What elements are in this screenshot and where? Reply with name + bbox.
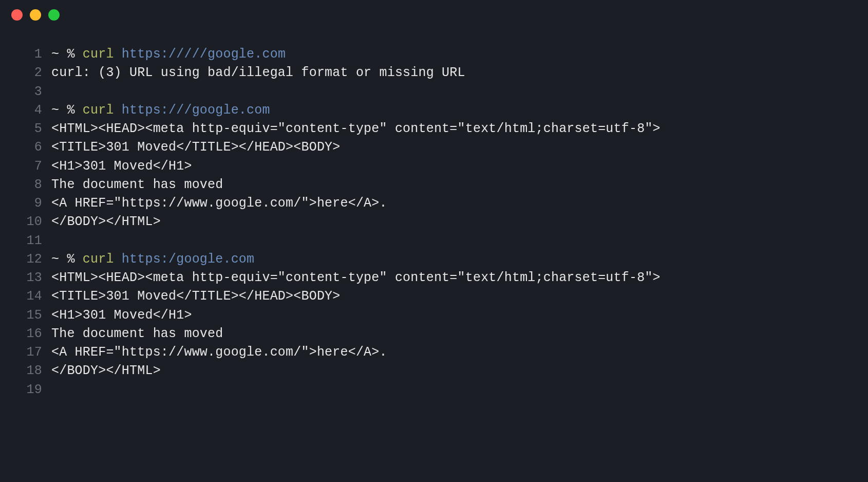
line-content: <TITLE>301 Moved</TITLE></HEAD><BODY> xyxy=(51,138,341,157)
text-token: </BODY></HTML> xyxy=(51,214,161,229)
text-token: <H1>301 Moved</H1> xyxy=(51,308,192,323)
code-line: 8The document has moved xyxy=(13,176,855,194)
line-content: <A HREF="https://www.google.com/">here</… xyxy=(51,194,387,213)
text-token: <HTML><HEAD><meta http-equiv="content-ty… xyxy=(51,270,661,285)
text-token: <HTML><HEAD><meta http-equiv="content-ty… xyxy=(51,121,661,136)
url-token: https://///google.com xyxy=(122,47,286,62)
code-line: 11 xyxy=(13,232,855,250)
line-content: <H1>301 Moved</H1> xyxy=(51,306,192,325)
terminal-output[interactable]: 1~ % curl https://///google.com2curl: (3… xyxy=(0,25,868,399)
line-number: 8 xyxy=(13,176,51,194)
line-number: 13 xyxy=(13,269,51,287)
text-token: ~ % xyxy=(51,103,83,118)
code-line: 13<HTML><HEAD><meta http-equiv="content-… xyxy=(13,269,855,287)
text-token: The document has moved xyxy=(51,326,223,341)
command-token: curl xyxy=(83,252,122,267)
line-content: ~ % curl https:///google.com xyxy=(51,101,270,120)
line-number: 15 xyxy=(13,306,51,325)
line-content: </BODY></HTML> xyxy=(51,213,161,231)
text-token: ~ % xyxy=(51,252,83,267)
line-number: 12 xyxy=(13,250,51,269)
command-token: curl xyxy=(83,47,122,62)
text-token: The document has moved xyxy=(51,177,223,192)
line-number: 1 xyxy=(13,45,51,64)
text-token: <H1>301 Moved</H1> xyxy=(51,159,192,174)
code-line: 5<HTML><HEAD><meta http-equiv="content-t… xyxy=(13,120,855,138)
line-number: 6 xyxy=(13,138,51,157)
line-content: ~ % curl https://///google.com xyxy=(51,45,286,64)
line-number: 14 xyxy=(13,287,51,306)
code-line: 10</BODY></HTML> xyxy=(13,213,855,231)
code-line: 1~ % curl https://///google.com xyxy=(13,45,855,64)
url-token: https:///google.com xyxy=(122,103,270,118)
code-line: 15<H1>301 Moved</H1> xyxy=(13,306,855,325)
code-line: 19 xyxy=(13,381,855,399)
line-content: <HTML><HEAD><meta http-equiv="content-ty… xyxy=(51,269,661,287)
code-line: 14<TITLE>301 Moved</TITLE></HEAD><BODY> xyxy=(13,287,855,306)
line-number: 19 xyxy=(13,381,51,399)
line-content: The document has moved xyxy=(51,325,223,343)
line-content: ~ % curl https:/google.com xyxy=(51,250,254,269)
line-number: 4 xyxy=(13,101,51,120)
code-line: 2curl: (3) URL using bad/illegal format … xyxy=(13,64,855,82)
line-content: <HTML><HEAD><meta http-equiv="content-ty… xyxy=(51,120,661,138)
zoom-icon[interactable] xyxy=(48,9,60,21)
line-number: 7 xyxy=(13,157,51,176)
terminal-window: 1~ % curl https://///google.com2curl: (3… xyxy=(0,0,868,482)
close-icon[interactable] xyxy=(11,9,23,21)
line-content: <H1>301 Moved</H1> xyxy=(51,157,192,176)
titlebar xyxy=(0,0,868,25)
text-token: <A HREF="https://www.google.com/">here</… xyxy=(51,196,387,211)
code-line: 3 xyxy=(13,83,855,101)
text-token: <TITLE>301 Moved</TITLE></HEAD><BODY> xyxy=(51,289,341,304)
line-content: curl: (3) URL using bad/illegal format o… xyxy=(51,64,465,82)
line-number: 17 xyxy=(13,343,51,362)
line-content: <TITLE>301 Moved</TITLE></HEAD><BODY> xyxy=(51,287,341,306)
code-line: 18</BODY></HTML> xyxy=(13,362,855,380)
text-token: <A HREF="https://www.google.com/">here</… xyxy=(51,345,387,360)
line-content: <A HREF="https://www.google.com/">here</… xyxy=(51,343,387,362)
code-line: 12~ % curl https:/google.com xyxy=(13,250,855,269)
code-line: 17<A HREF="https://www.google.com/">here… xyxy=(13,343,855,362)
line-number: 18 xyxy=(13,362,51,380)
code-line: 4~ % curl https:///google.com xyxy=(13,101,855,120)
code-line: 7<H1>301 Moved</H1> xyxy=(13,157,855,176)
minimize-icon[interactable] xyxy=(30,9,41,21)
line-number: 2 xyxy=(13,64,51,82)
line-number: 9 xyxy=(13,194,51,213)
line-number: 3 xyxy=(13,83,51,101)
line-number: 16 xyxy=(13,325,51,343)
line-number: 5 xyxy=(13,120,51,138)
line-content: </BODY></HTML> xyxy=(51,362,161,380)
url-token: https:/google.com xyxy=(122,252,254,267)
code-line: 9<A HREF="https://www.google.com/">here<… xyxy=(13,194,855,213)
line-number: 11 xyxy=(13,232,51,250)
line-content: The document has moved xyxy=(51,176,223,194)
command-token: curl xyxy=(83,103,122,118)
code-line: 16The document has moved xyxy=(13,325,855,343)
text-token: ~ % xyxy=(51,47,83,62)
text-token: </BODY></HTML> xyxy=(51,363,161,378)
text-token: <TITLE>301 Moved</TITLE></HEAD><BODY> xyxy=(51,140,341,155)
code-line: 6<TITLE>301 Moved</TITLE></HEAD><BODY> xyxy=(13,138,855,157)
text-token: curl: (3) URL using bad/illegal format o… xyxy=(51,65,465,80)
line-number: 10 xyxy=(13,213,51,231)
